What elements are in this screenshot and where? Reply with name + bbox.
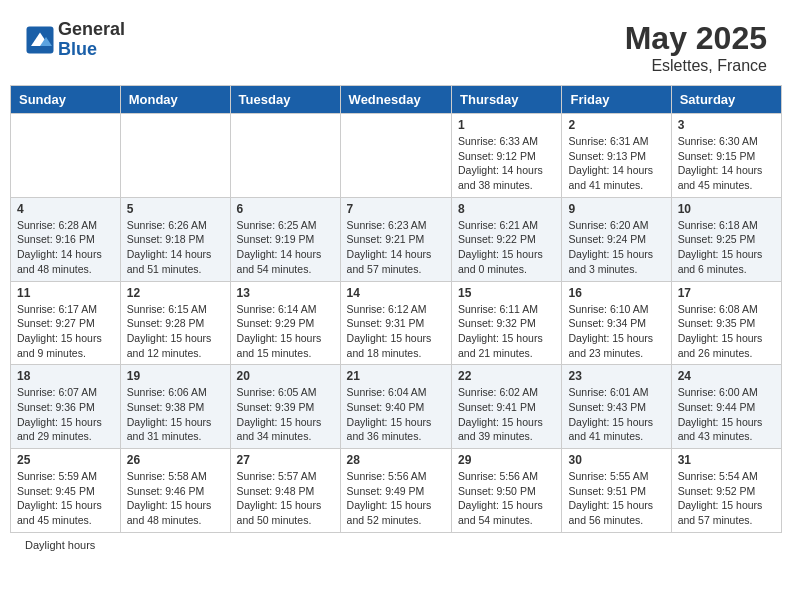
calendar-cell: 9 Sunrise: 6:20 AM Sunset: 9:24 PM Dayli… (562, 197, 671, 281)
sunset-text: Sunset: 9:38 PM (127, 400, 224, 415)
sunset-text: Sunset: 9:43 PM (568, 400, 664, 415)
day-number: 1 (458, 118, 555, 132)
sunset-text: Sunset: 9:50 PM (458, 484, 555, 499)
day-number: 25 (17, 453, 114, 467)
day-number: 17 (678, 286, 775, 300)
calendar-cell: 16 Sunrise: 6:10 AM Sunset: 9:34 PM Dayl… (562, 281, 671, 365)
title-block: May 2025 Eslettes, France (625, 20, 767, 75)
sunrise-text: Sunrise: 5:56 AM (347, 469, 445, 484)
logo-general: General (58, 20, 125, 40)
daylight-text: Daylight: 15 hours and 23 minutes. (568, 331, 664, 360)
calendar-header-wednesday: Wednesday (340, 86, 451, 114)
day-info: Sunrise: 6:06 AM Sunset: 9:38 PM Dayligh… (127, 385, 224, 444)
sunset-text: Sunset: 9:46 PM (127, 484, 224, 499)
calendar-cell: 15 Sunrise: 6:11 AM Sunset: 9:32 PM Dayl… (452, 281, 562, 365)
calendar-cell: 20 Sunrise: 6:05 AM Sunset: 9:39 PM Dayl… (230, 365, 340, 449)
sunset-text: Sunset: 9:25 PM (678, 232, 775, 247)
day-info: Sunrise: 6:04 AM Sunset: 9:40 PM Dayligh… (347, 385, 445, 444)
calendar-cell: 21 Sunrise: 6:04 AM Sunset: 9:40 PM Dayl… (340, 365, 451, 449)
day-info: Sunrise: 6:10 AM Sunset: 9:34 PM Dayligh… (568, 302, 664, 361)
day-number: 7 (347, 202, 445, 216)
calendar-header-thursday: Thursday (452, 86, 562, 114)
calendar-header-sunday: Sunday (11, 86, 121, 114)
sunrise-text: Sunrise: 6:28 AM (17, 218, 114, 233)
sunset-text: Sunset: 9:45 PM (17, 484, 114, 499)
sunset-text: Sunset: 9:24 PM (568, 232, 664, 247)
calendar-header-tuesday: Tuesday (230, 86, 340, 114)
sunset-text: Sunset: 9:41 PM (458, 400, 555, 415)
calendar-week-5: 25 Sunrise: 5:59 AM Sunset: 9:45 PM Dayl… (11, 449, 782, 533)
sunset-text: Sunset: 9:27 PM (17, 316, 114, 331)
sunrise-text: Sunrise: 6:10 AM (568, 302, 664, 317)
calendar-cell: 12 Sunrise: 6:15 AM Sunset: 9:28 PM Dayl… (120, 281, 230, 365)
day-number: 5 (127, 202, 224, 216)
sunset-text: Sunset: 9:19 PM (237, 232, 334, 247)
sunset-text: Sunset: 9:18 PM (127, 232, 224, 247)
daylight-text: Daylight: 15 hours and 6 minutes. (678, 247, 775, 276)
calendar-header-monday: Monday (120, 86, 230, 114)
sunset-text: Sunset: 9:16 PM (17, 232, 114, 247)
calendar-cell (11, 114, 121, 198)
calendar-header-row: SundayMondayTuesdayWednesdayThursdayFrid… (11, 86, 782, 114)
sunset-text: Sunset: 9:49 PM (347, 484, 445, 499)
calendar-cell: 26 Sunrise: 5:58 AM Sunset: 9:46 PM Dayl… (120, 449, 230, 533)
calendar-cell: 30 Sunrise: 5:55 AM Sunset: 9:51 PM Dayl… (562, 449, 671, 533)
day-number: 20 (237, 369, 334, 383)
sunrise-text: Sunrise: 6:30 AM (678, 134, 775, 149)
day-info: Sunrise: 5:59 AM Sunset: 9:45 PM Dayligh… (17, 469, 114, 528)
calendar-header-friday: Friday (562, 86, 671, 114)
logo: General Blue (25, 20, 125, 60)
day-info: Sunrise: 6:14 AM Sunset: 9:29 PM Dayligh… (237, 302, 334, 361)
calendar-cell: 1 Sunrise: 6:33 AM Sunset: 9:12 PM Dayli… (452, 114, 562, 198)
daylight-text: Daylight: 15 hours and 56 minutes. (568, 498, 664, 527)
calendar-week-2: 4 Sunrise: 6:28 AM Sunset: 9:16 PM Dayli… (11, 197, 782, 281)
daylight-text: Daylight: 15 hours and 29 minutes. (17, 415, 114, 444)
day-number: 24 (678, 369, 775, 383)
sunset-text: Sunset: 9:52 PM (678, 484, 775, 499)
day-info: Sunrise: 5:58 AM Sunset: 9:46 PM Dayligh… (127, 469, 224, 528)
sunrise-text: Sunrise: 5:56 AM (458, 469, 555, 484)
calendar-cell: 14 Sunrise: 6:12 AM Sunset: 9:31 PM Dayl… (340, 281, 451, 365)
daylight-text: Daylight: 15 hours and 54 minutes. (458, 498, 555, 527)
sunrise-text: Sunrise: 5:54 AM (678, 469, 775, 484)
sunset-text: Sunset: 9:32 PM (458, 316, 555, 331)
day-info: Sunrise: 6:08 AM Sunset: 9:35 PM Dayligh… (678, 302, 775, 361)
day-info: Sunrise: 6:17 AM Sunset: 9:27 PM Dayligh… (17, 302, 114, 361)
day-number: 3 (678, 118, 775, 132)
logo-blue: Blue (58, 40, 125, 60)
daylight-note: Daylight hours (25, 539, 95, 551)
day-info: Sunrise: 6:18 AM Sunset: 9:25 PM Dayligh… (678, 218, 775, 277)
calendar-cell: 5 Sunrise: 6:26 AM Sunset: 9:18 PM Dayli… (120, 197, 230, 281)
sunrise-text: Sunrise: 6:18 AM (678, 218, 775, 233)
daylight-text: Daylight: 14 hours and 38 minutes. (458, 163, 555, 192)
daylight-text: Daylight: 14 hours and 45 minutes. (678, 163, 775, 192)
day-info: Sunrise: 6:23 AM Sunset: 9:21 PM Dayligh… (347, 218, 445, 277)
day-info: Sunrise: 6:12 AM Sunset: 9:31 PM Dayligh… (347, 302, 445, 361)
sunset-text: Sunset: 9:44 PM (678, 400, 775, 415)
sunrise-text: Sunrise: 6:21 AM (458, 218, 555, 233)
sunrise-text: Sunrise: 6:26 AM (127, 218, 224, 233)
day-info: Sunrise: 6:25 AM Sunset: 9:19 PM Dayligh… (237, 218, 334, 277)
day-info: Sunrise: 6:20 AM Sunset: 9:24 PM Dayligh… (568, 218, 664, 277)
sunset-text: Sunset: 9:21 PM (347, 232, 445, 247)
day-info: Sunrise: 5:57 AM Sunset: 9:48 PM Dayligh… (237, 469, 334, 528)
sunset-text: Sunset: 9:12 PM (458, 149, 555, 164)
daylight-text: Daylight: 14 hours and 54 minutes. (237, 247, 334, 276)
daylight-text: Daylight: 15 hours and 15 minutes. (237, 331, 334, 360)
daylight-text: Daylight: 15 hours and 36 minutes. (347, 415, 445, 444)
daylight-text: Daylight: 15 hours and 45 minutes. (17, 498, 114, 527)
calendar-cell: 27 Sunrise: 5:57 AM Sunset: 9:48 PM Dayl… (230, 449, 340, 533)
daylight-text: Daylight: 15 hours and 3 minutes. (568, 247, 664, 276)
sunrise-text: Sunrise: 5:59 AM (17, 469, 114, 484)
daylight-text: Daylight: 15 hours and 0 minutes. (458, 247, 555, 276)
sunset-text: Sunset: 9:40 PM (347, 400, 445, 415)
daylight-text: Daylight: 15 hours and 50 minutes. (237, 498, 334, 527)
day-number: 23 (568, 369, 664, 383)
location-title: Eslettes, France (625, 57, 767, 75)
calendar-header-saturday: Saturday (671, 86, 781, 114)
sunrise-text: Sunrise: 6:33 AM (458, 134, 555, 149)
calendar-cell: 6 Sunrise: 6:25 AM Sunset: 9:19 PM Dayli… (230, 197, 340, 281)
day-info: Sunrise: 6:28 AM Sunset: 9:16 PM Dayligh… (17, 218, 114, 277)
sunrise-text: Sunrise: 5:58 AM (127, 469, 224, 484)
day-number: 18 (17, 369, 114, 383)
